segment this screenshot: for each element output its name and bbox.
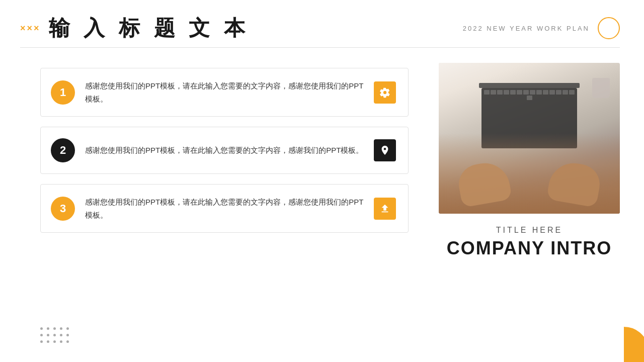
dot xyxy=(53,334,56,336)
card-3: 3 感谢您使用我们的PPT模板，请在此输入您需要的文字内容，感谢您使用我们的PP… xyxy=(40,184,409,233)
coffee-cup-shape xyxy=(592,78,610,98)
dots-row-3 xyxy=(40,340,69,343)
dot xyxy=(47,334,49,336)
gear-icon xyxy=(379,87,390,98)
dot xyxy=(66,327,69,330)
dot xyxy=(40,340,43,343)
dots-row-2 xyxy=(40,334,69,336)
card-2: 2 感谢您使用我们的PPT模板，请在此输入您需要的文字内容，感谢我们的PPT模板… xyxy=(40,127,409,174)
header-circle-decoration xyxy=(598,17,620,39)
card-number-2: 2 xyxy=(51,138,75,162)
dot xyxy=(47,340,49,343)
dot xyxy=(66,334,69,336)
header: ××× 输 入 标 题 文 本 2022 NEW YEAR WORK PLAN xyxy=(0,0,644,42)
card-number-1: 1 xyxy=(51,80,75,105)
card-number-3: 3 xyxy=(51,197,75,221)
key xyxy=(536,90,542,95)
right-title-section: TITLE HERE COMPANY INTRO xyxy=(439,214,620,259)
card-text-2: 感谢您使用我们的PPT模板，请在此输入您需要的文字内容，感谢我们的PPT模板。 xyxy=(85,144,364,157)
key xyxy=(517,90,522,95)
card-text-3: 感谢您使用我们的PPT模板，请在此输入您需要的文字内容，感谢您使用我们的PPT模… xyxy=(85,196,364,221)
key xyxy=(562,90,568,95)
dots-pattern xyxy=(40,327,69,347)
key xyxy=(530,90,535,95)
laptop-photo-bg xyxy=(439,63,620,214)
dot xyxy=(60,340,62,343)
key xyxy=(543,90,548,95)
dot xyxy=(60,327,62,330)
key xyxy=(504,90,509,95)
key xyxy=(510,90,516,95)
right-section: TITLE HERE COMPANY INTRO xyxy=(439,63,620,359)
company-intro-label: COMPANY INTRO xyxy=(444,238,615,259)
xxx-mark: ××× xyxy=(20,23,41,34)
cards-section: 1 感谢您使用我们的PPT模板，请在此输入您需要的文字内容，感谢您使用我们的PP… xyxy=(40,63,409,359)
card-icon-1-gear xyxy=(374,81,396,104)
key xyxy=(497,90,503,95)
upload-icon xyxy=(379,203,390,214)
key xyxy=(556,90,561,95)
dot xyxy=(53,327,56,330)
dot xyxy=(66,340,69,343)
year-label: 2022 NEW YEAR WORK PLAN xyxy=(463,25,590,32)
header-left: ××× 输 入 标 题 文 本 xyxy=(20,14,249,42)
card-1: 1 感谢您使用我们的PPT模板，请在此输入您需要的文字内容，感谢您使用我们的PP… xyxy=(40,68,409,117)
card-text-1: 感谢您使用我们的PPT模板，请在此输入您需要的文字内容，感谢您使用我们的PPT模… xyxy=(85,79,364,105)
key xyxy=(523,90,529,95)
key xyxy=(491,90,496,95)
laptop-top-bar xyxy=(479,83,580,88)
dots-row-1 xyxy=(40,327,69,330)
dot xyxy=(40,334,43,336)
title-here-label: TITLE HERE xyxy=(444,226,615,235)
keys-area xyxy=(484,90,575,100)
dot xyxy=(53,340,56,343)
main-content: 1 感谢您使用我们的PPT模板，请在此输入您需要的文字内容，感谢您使用我们的PP… xyxy=(0,48,644,359)
dot xyxy=(40,327,43,330)
page-title: 输 入 标 题 文 本 xyxy=(49,14,249,42)
header-right: 2022 NEW YEAR WORK PLAN xyxy=(463,17,620,39)
key xyxy=(549,90,555,95)
key xyxy=(527,96,532,100)
location-icon xyxy=(379,145,390,156)
dot xyxy=(47,327,49,330)
key xyxy=(569,90,575,95)
key xyxy=(484,90,490,95)
dot xyxy=(60,334,62,336)
card-icon-2-location xyxy=(374,139,396,161)
card-icon-3-upload xyxy=(374,198,396,220)
laptop-photo xyxy=(439,63,620,214)
